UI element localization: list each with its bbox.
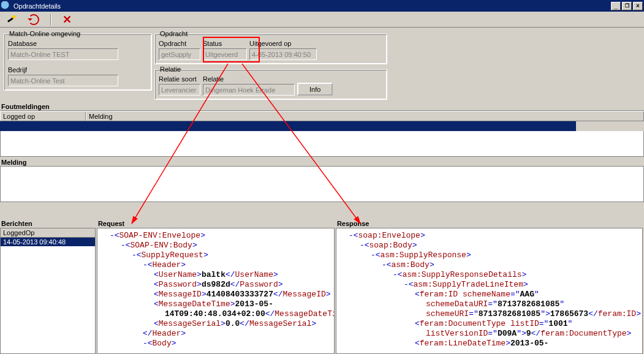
header-berichten: Berichten bbox=[0, 219, 96, 228]
restore-button[interactable]: ❐ bbox=[622, 2, 632, 10]
input-bedrijf[interactable]: Match-Online Test bbox=[8, 75, 118, 86]
label-database: Database bbox=[8, 40, 148, 47]
response-xml[interactable]: -<soap:Envelope> -<soap:Body> -<asm:Supp… bbox=[336, 228, 643, 354]
label-relatie: Relatie bbox=[203, 75, 295, 83]
input-status[interactable]: Uitgevoerd bbox=[203, 48, 247, 60]
label-bedrijf: Bedrijf bbox=[8, 66, 148, 73]
refresh-icon[interactable] bbox=[28, 14, 39, 25]
group-opdracht: Opdracht Opdracht getSupply Status Uitge… bbox=[154, 30, 387, 64]
input-uitgevoerd[interactable]: 4-05-2013 09:40:50 bbox=[249, 48, 317, 60]
legend-relatie: Relatie bbox=[159, 66, 182, 73]
header-melding: Melding bbox=[0, 158, 644, 167]
col-melding[interactable]: Melding bbox=[86, 111, 644, 121]
label-opdracht: Opdracht bbox=[159, 40, 200, 47]
grid-fout-header: Logged op Melding bbox=[0, 111, 644, 121]
label-uitgevoerd: Uitgevoerd op bbox=[249, 40, 317, 47]
info-button[interactable]: Info bbox=[297, 83, 333, 96]
header-response: Response bbox=[336, 219, 643, 228]
toolbar-separator bbox=[50, 14, 51, 25]
legend-opdracht: Opdracht bbox=[159, 30, 189, 37]
close-button[interactable]: × bbox=[633, 2, 643, 10]
app-icon bbox=[1, 1, 11, 11]
panels-row: Berichten LoggedOp 14-05-2013 09:40:48 R… bbox=[0, 219, 644, 354]
group-environment: Match-Online omgeving Database Match-Onl… bbox=[4, 30, 152, 91]
input-opdracht[interactable]: getSupply bbox=[159, 48, 200, 60]
berichten-list[interactable]: LoggedOp 14-05-2013 09:40:48 bbox=[0, 228, 96, 354]
group-relatie: Relatie Relatie soort Leverancier Relati… bbox=[154, 66, 387, 100]
form-area: Match-Online omgeving Database Match-Onl… bbox=[0, 28, 644, 102]
toolbar: ✕ bbox=[0, 12, 644, 28]
panel-response: Response -<soap:Envelope> -<soap:Body> -… bbox=[336, 219, 644, 354]
delete-icon[interactable]: ✕ bbox=[63, 15, 72, 24]
minimize-button[interactable]: _ bbox=[611, 2, 621, 10]
titlebar: Opdrachtdetails _ ❐ × bbox=[0, 0, 644, 12]
legend-environment: Match-Online omgeving bbox=[8, 30, 81, 37]
panel-berichten: Berichten LoggedOp 14-05-2013 09:40:48 bbox=[0, 219, 97, 354]
col-loggedop[interactable]: Logged op bbox=[0, 111, 86, 121]
label-status: Status bbox=[203, 40, 247, 47]
melding-box[interactable] bbox=[0, 167, 644, 202]
edit-icon[interactable] bbox=[6, 14, 17, 25]
berichten-row[interactable]: 14-05-2013 09:40:48 bbox=[1, 238, 95, 246]
input-database[interactable]: Match-Online TEST bbox=[8, 48, 118, 60]
grid-fout-selected-row[interactable] bbox=[0, 121, 576, 131]
grid-fout-body[interactable] bbox=[0, 131, 644, 157]
label-relatiesoort: Relatie soort bbox=[159, 75, 200, 83]
panel-request: Request -<SOAP-ENV:Envelope> -<SOAP-ENV:… bbox=[97, 219, 336, 354]
input-relatie[interactable]: Dingeman Hoek Etrade bbox=[203, 84, 295, 96]
berichten-col[interactable]: LoggedOp bbox=[1, 228, 95, 238]
input-relatiesoort[interactable]: Leverancier bbox=[159, 84, 200, 96]
request-xml[interactable]: -<SOAP-ENV:Envelope> -<SOAP-ENV:Body> -<… bbox=[97, 228, 335, 354]
header-foutmeldingen: Foutmeldingen bbox=[0, 102, 644, 111]
window-title: Opdrachtdetails bbox=[13, 2, 61, 10]
header-request: Request bbox=[97, 219, 335, 228]
